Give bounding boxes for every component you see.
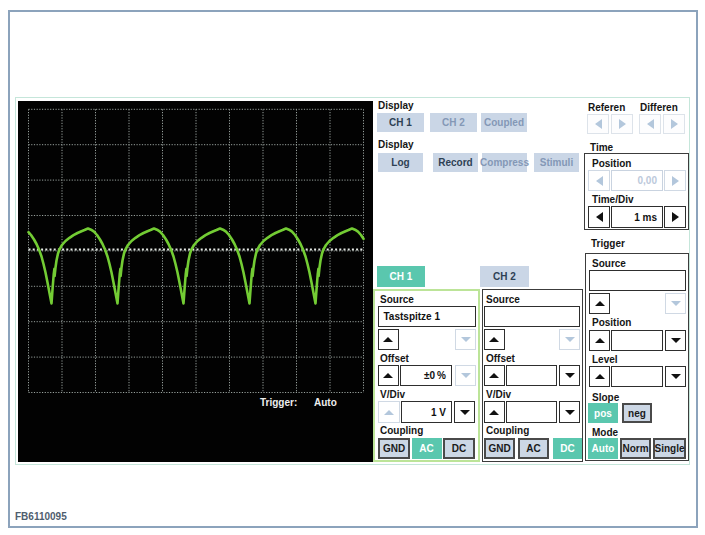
svg-text:Auto: Auto [314, 397, 337, 408]
svg-text:Trigger:: Trigger: [260, 397, 297, 408]
